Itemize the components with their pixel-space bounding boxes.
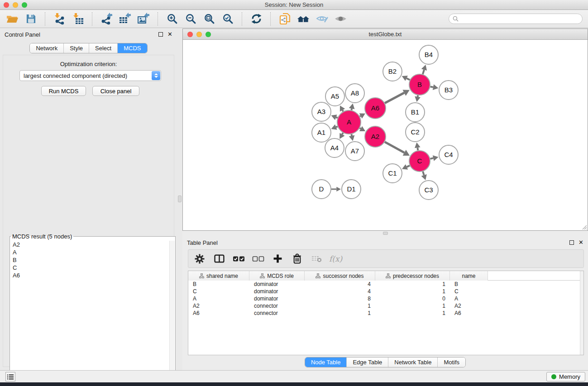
create-column-button[interactable] — [271, 252, 284, 266]
table-row[interactable]: A6connector11A6 — [188, 310, 583, 317]
graph-node-B1[interactable]: B1 — [406, 103, 425, 122]
graph-node-A5[interactable]: A5 — [325, 87, 344, 106]
home-button[interactable] — [296, 12, 310, 26]
close-panel-icon[interactable]: ✕ — [578, 240, 583, 245]
save-session-button[interactable] — [24, 12, 38, 26]
mcds-result-item[interactable]: C — [10, 264, 169, 272]
export-image-button[interactable] — [137, 12, 150, 26]
graph-node-B[interactable]: B — [409, 74, 430, 95]
graph-node-A3[interactable]: A3 — [312, 102, 331, 121]
tab-node-table[interactable]: Node Table — [305, 357, 347, 367]
search-field[interactable] — [449, 14, 583, 24]
horizontal-splitter[interactable] — [182, 231, 588, 236]
show-column-panel-button[interactable] — [212, 252, 226, 266]
export-table-button[interactable] — [118, 12, 132, 26]
splitter-grip[interactable] — [178, 195, 182, 202]
zoom-selected-button[interactable] — [221, 12, 234, 26]
mcds-result-item[interactable]: B — [10, 256, 169, 264]
column-header-shared-name[interactable]: shared name — [188, 271, 249, 281]
graph-node-C[interactable]: C — [409, 151, 430, 172]
resize-grip-icon[interactable] — [581, 224, 587, 230]
result-scrollbar[interactable] — [169, 241, 175, 386]
cell: C — [188, 288, 249, 295]
tab-network-table[interactable]: Network Table — [388, 357, 438, 367]
graph-node-A2[interactable]: A2 — [365, 126, 386, 147]
column-header-name[interactable]: name — [450, 271, 488, 281]
zoom-out-button[interactable] — [184, 12, 197, 26]
zoom-fit-button[interactable] — [202, 12, 216, 26]
import-network-button[interactable] — [53, 12, 66, 26]
zoom-view-icon[interactable] — [206, 32, 211, 37]
clone-network-button[interactable] — [278, 12, 292, 26]
tab-mcds[interactable]: MCDS — [118, 43, 147, 53]
select-all-rows-button[interactable] — [232, 252, 245, 266]
table-row[interactable]: Cdominator41C — [188, 288, 583, 295]
vertical-splitter[interactable] — [177, 28, 182, 370]
close-panel-button[interactable]: Close panel — [92, 86, 139, 96]
graph-node-C1[interactable]: C1 — [383, 164, 402, 183]
delete-column-button[interactable] — [290, 252, 304, 266]
cell: 1 — [375, 288, 450, 295]
graph-node-A8[interactable]: A8 — [345, 84, 364, 103]
mcds-result-item[interactable]: A — [10, 248, 169, 256]
search-input[interactable] — [461, 15, 578, 23]
graph-node-B3[interactable]: B3 — [439, 81, 458, 100]
open-session-button[interactable] — [5, 12, 19, 26]
graph-node-D[interactable]: D — [312, 180, 331, 199]
minimize-view-icon[interactable] — [196, 32, 202, 37]
memory-button[interactable]: Memory — [546, 372, 585, 381]
table-header-row: shared nameMCDS rolesuccessor nodesprede… — [188, 271, 583, 281]
close-view-icon[interactable] — [187, 32, 193, 37]
import-table-button[interactable] — [71, 12, 85, 26]
tab-select[interactable]: Select — [89, 43, 118, 53]
graph-node-C4[interactable]: C4 — [439, 145, 458, 164]
tab-style[interactable]: Style — [64, 43, 89, 53]
splitter-grip[interactable] — [383, 232, 388, 235]
mcds-result-item[interactable]: A2 — [10, 241, 169, 248]
refresh-view-button[interactable] — [249, 12, 263, 26]
close-window-icon[interactable] — [4, 2, 9, 8]
minimize-window-icon[interactable] — [13, 2, 18, 8]
zoom-window-icon[interactable] — [22, 2, 27, 8]
column-header-successor-nodes[interactable]: successor nodes — [305, 271, 375, 281]
zoom-in-button[interactable] — [165, 12, 179, 26]
network-window-titlebar[interactable]: testGlobe.txt — [183, 29, 588, 40]
hide-graphics-details-button[interactable] — [315, 12, 329, 26]
tab-network[interactable]: Network — [30, 43, 64, 53]
table-row[interactable]: Bdominator41B — [188, 281, 583, 288]
run-mcds-button[interactable]: Run MCDS — [41, 86, 86, 96]
eye-icon — [335, 14, 347, 23]
table-scrollbar[interactable] — [580, 271, 583, 355]
float-panel-icon[interactable] — [158, 32, 163, 37]
optimization-criterion-select[interactable]: largest connected component (directed) — [19, 70, 161, 81]
graph-node-A1[interactable]: A1 — [312, 123, 331, 142]
graph-node-A4[interactable]: A4 — [325, 138, 344, 157]
table-row[interactable]: A2connector11A2 — [188, 302, 583, 310]
deselect-all-rows-button[interactable] — [251, 252, 265, 266]
table-row[interactable]: Adominator80A — [188, 295, 583, 302]
tab-edge-table[interactable]: Edge Table — [347, 357, 388, 367]
graph-node-B4[interactable]: B4 — [419, 45, 438, 64]
network-canvas[interactable]: B4B2BB3A5A8A6A3AB1A1A2C2A4A7C4CC1DD1C3 — [183, 40, 588, 230]
table-panel-header: Table Panel ✕ — [182, 236, 588, 249]
float-panel-icon[interactable] — [569, 240, 574, 245]
graph-node-A7[interactable]: A7 — [345, 142, 364, 161]
graph-node-A6[interactable]: A6 — [365, 98, 386, 119]
task-history-button[interactable] — [5, 372, 15, 381]
plus-icon — [273, 254, 282, 263]
column-header-MCDS-role[interactable]: MCDS role — [249, 271, 305, 281]
tab-motifs[interactable]: Motifs — [438, 357, 465, 367]
column-header-predecessor-nodes[interactable]: predecessor nodes — [375, 271, 450, 281]
mcds-result-item[interactable]: A6 — [10, 272, 169, 279]
cell: B — [188, 281, 249, 288]
show-graphics-details-button[interactable] — [334, 12, 347, 26]
graph-node-B2[interactable]: B2 — [383, 62, 402, 81]
close-panel-icon[interactable]: ✕ — [167, 32, 172, 37]
graph-node-C3[interactable]: C3 — [419, 181, 438, 200]
function-builder-icon: f(x) — [329, 254, 342, 263]
graph-node-A[interactable]: A — [337, 110, 361, 134]
table-settings-button[interactable] — [193, 252, 206, 266]
export-network-button[interactable] — [100, 12, 113, 26]
graph-node-D1[interactable]: D1 — [342, 180, 361, 199]
graph-node-C2[interactable]: C2 — [406, 123, 425, 142]
